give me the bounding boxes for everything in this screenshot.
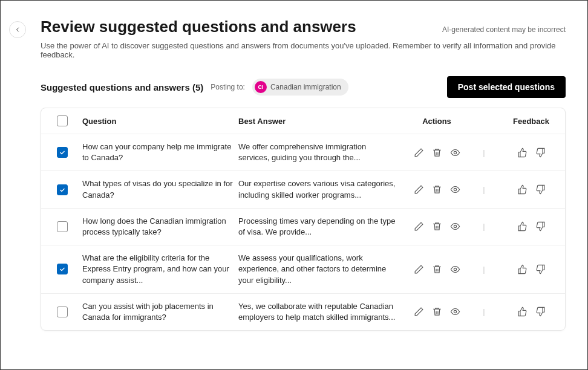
table-row: How can your company help me immigrate t…	[41, 134, 565, 171]
check-icon	[59, 265, 66, 273]
eye-icon	[450, 148, 460, 158]
pencil-icon	[414, 184, 424, 195]
pencil-icon	[414, 221, 424, 232]
thumbs-down-button[interactable]	[535, 221, 546, 232]
svg-point-0	[454, 151, 456, 154]
svg-point-2	[454, 226, 456, 228]
thumbs-up-button[interactable]	[517, 147, 528, 158]
delete-button[interactable]	[431, 184, 442, 195]
eye-icon	[450, 221, 460, 232]
thumbs-up-icon	[517, 221, 528, 232]
question-text: Can you assist with job placements in Ca…	[82, 301, 234, 323]
divider: |	[478, 265, 490, 274]
community-name: Canadian immigration	[270, 83, 341, 91]
chevron-left-icon	[14, 26, 21, 33]
table-row: How long does the Canadian immigration p…	[41, 209, 565, 245]
thumbs-down-icon	[535, 184, 546, 195]
thumbs-up-button[interactable]	[517, 221, 528, 232]
edit-button[interactable]	[413, 264, 424, 274]
preview-button[interactable]	[449, 264, 460, 274]
preview-button[interactable]	[449, 184, 460, 195]
community-chip[interactable]: CI Canadian immigration	[252, 79, 348, 96]
ai-warning-text: AI-generated content may be incorrect	[442, 25, 566, 34]
eye-icon	[450, 307, 460, 317]
answer-text: Processing times vary depending on the t…	[238, 216, 396, 238]
back-button[interactable]	[9, 21, 26, 38]
thumbs-up-button[interactable]	[517, 307, 528, 317]
edit-button[interactable]	[413, 221, 424, 232]
eye-icon	[450, 184, 460, 195]
select-all-checkbox[interactable]	[57, 115, 68, 126]
answer-text: We offer comprehensive immigration servi…	[238, 141, 396, 163]
thumbs-down-icon	[535, 264, 546, 274]
thumbs-down-icon	[535, 307, 546, 317]
answer-text: Yes, we collaborate with reputable Canad…	[238, 301, 396, 323]
table-header-row: Question Best Answer Actions Feedback	[41, 108, 565, 134]
thumbs-down-button[interactable]	[535, 264, 546, 274]
trash-icon	[432, 221, 442, 232]
pencil-icon	[414, 264, 424, 274]
thumbs-up-icon	[517, 148, 528, 158]
edit-button[interactable]	[413, 307, 424, 317]
question-text: How can your company help me immigrate t…	[82, 141, 234, 163]
pencil-icon	[414, 148, 424, 158]
thumbs-up-button[interactable]	[517, 264, 528, 274]
column-question: Question	[82, 117, 234, 126]
divider: |	[478, 185, 490, 194]
question-text: What are the eligibility criteria for th…	[82, 253, 234, 286]
delete-button[interactable]	[431, 307, 442, 317]
column-answer: Best Answer	[238, 117, 396, 126]
page-title: Review suggested questions and answers	[41, 18, 356, 36]
preview-button[interactable]	[449, 147, 460, 158]
thumbs-down-button[interactable]	[535, 147, 546, 158]
delete-button[interactable]	[431, 221, 442, 232]
eye-icon	[450, 264, 460, 274]
check-icon	[59, 186, 66, 193]
thumbs-up-button[interactable]	[517, 184, 528, 195]
posting-to-label: Posting to:	[211, 83, 245, 91]
row-checkbox[interactable]	[57, 147, 68, 158]
questions-table: Question Best Answer Actions Feedback Ho…	[41, 108, 566, 331]
post-selected-button[interactable]: Post selected questions	[447, 76, 566, 98]
page-subtitle: Use the power of AI to discover suggeste…	[41, 41, 566, 59]
thumbs-up-icon	[517, 264, 528, 274]
trash-icon	[432, 148, 442, 158]
thumbs-up-icon	[517, 184, 528, 195]
pencil-icon	[414, 307, 424, 317]
check-icon	[59, 149, 66, 156]
trash-icon	[432, 184, 442, 195]
divider: |	[478, 222, 490, 231]
row-checkbox[interactable]	[57, 221, 68, 232]
table-row: What types of visas do you specialize in…	[41, 171, 565, 208]
row-checkbox[interactable]	[57, 264, 68, 274]
delete-button[interactable]	[431, 264, 442, 274]
divider: |	[478, 148, 490, 157]
suggested-count-label: Suggested questions and answers (5)	[41, 82, 203, 92]
preview-button[interactable]	[449, 221, 460, 232]
column-actions: Actions	[400, 117, 473, 126]
svg-point-3	[454, 268, 456, 270]
row-checkbox[interactable]	[57, 184, 68, 195]
svg-point-4	[454, 311, 456, 313]
row-checkbox[interactable]	[57, 307, 68, 317]
question-text: What types of visas do you specialize in…	[82, 178, 234, 200]
answer-text: We assess your qualifications, work expe…	[238, 253, 396, 286]
community-avatar: CI	[255, 81, 267, 93]
divider: |	[478, 307, 490, 316]
edit-button[interactable]	[413, 147, 424, 158]
thumbs-down-icon	[535, 221, 546, 232]
trash-icon	[432, 264, 442, 274]
column-feedback: Feedback	[495, 117, 566, 126]
thumbs-up-icon	[517, 307, 528, 317]
thumbs-down-button[interactable]	[535, 307, 546, 317]
question-text: How long does the Canadian immigration p…	[82, 216, 234, 238]
thumbs-down-button[interactable]	[535, 184, 546, 195]
table-row: What are the eligibility criteria for th…	[41, 245, 565, 294]
answer-text: Our expertise covers various visa catego…	[238, 178, 396, 200]
table-row: Can you assist with job placements in Ca…	[41, 294, 565, 330]
trash-icon	[432, 307, 442, 317]
edit-button[interactable]	[413, 184, 424, 195]
thumbs-down-icon	[535, 148, 546, 158]
preview-button[interactable]	[449, 307, 460, 317]
delete-button[interactable]	[431, 147, 442, 158]
